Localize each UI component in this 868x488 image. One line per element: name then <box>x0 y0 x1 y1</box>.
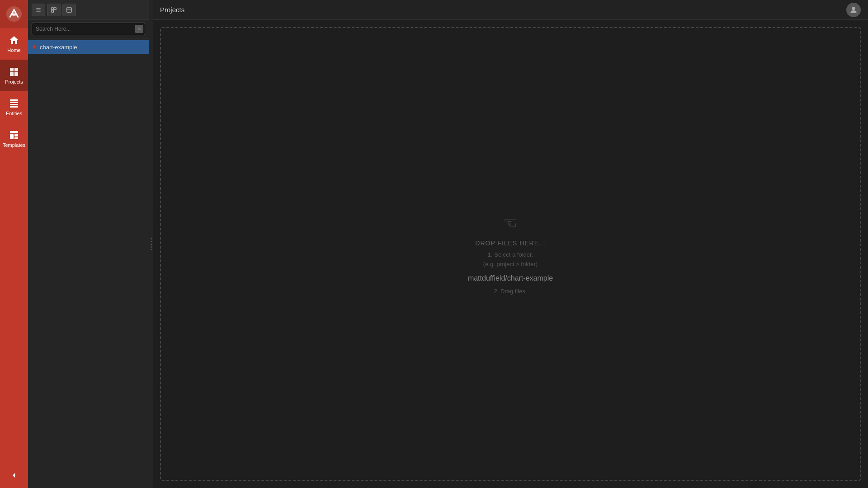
toolbar-button-1[interactable] <box>32 4 45 16</box>
svg-rect-7 <box>10 134 14 139</box>
search-container: ✕ <box>28 20 149 38</box>
sidebar-item-templates[interactable]: Templates <box>0 123 28 155</box>
main-header: Projects <box>153 0 868 20</box>
svg-point-14 <box>852 7 855 10</box>
sidebar-item-home[interactable]: Home <box>0 28 28 60</box>
resize-dot <box>151 241 152 242</box>
main-content: Projects ☜ DROP FILES HERE... 1. Select … <box>153 0 868 488</box>
svg-rect-10 <box>52 7 54 9</box>
project-item-label: chart-example <box>40 44 77 51</box>
svg-rect-13 <box>67 7 72 12</box>
resize-dot <box>151 238 152 239</box>
resize-handle[interactable] <box>149 0 153 488</box>
drop-project-name: mattduffield/chart-example <box>468 274 553 282</box>
header-right <box>846 3 861 17</box>
panel-toolbar <box>28 0 149 20</box>
svg-rect-4 <box>10 104 18 105</box>
resize-dot <box>151 244 152 245</box>
svg-point-1 <box>12 12 16 16</box>
svg-rect-5 <box>10 106 18 108</box>
project-item-icon: ✦ <box>32 43 37 51</box>
sidebar-collapse-button[interactable] <box>0 467 28 483</box>
svg-rect-6 <box>10 131 18 133</box>
drop-step1: 1. Select a folder. (e.g. project > fold… <box>483 250 538 269</box>
svg-rect-9 <box>14 137 18 139</box>
svg-rect-3 <box>10 102 18 103</box>
drop-zone[interactable]: ☜ DROP FILES HERE... 1. Select a folder.… <box>160 27 861 481</box>
sidebar-bottom <box>0 467 28 483</box>
sidebar-item-projects[interactable]: Projects <box>0 60 28 91</box>
svg-rect-2 <box>10 99 18 101</box>
svg-rect-11 <box>54 7 57 9</box>
resize-dot <box>151 246 152 248</box>
search-clear-button[interactable]: ✕ <box>135 25 143 33</box>
search-input[interactable] <box>32 23 145 35</box>
resize-dot <box>151 249 152 250</box>
sidebar-item-entities[interactable]: Entities <box>0 91 28 123</box>
toolbar-button-2[interactable] <box>47 4 61 16</box>
panel: ✕ ✦ chart-example <box>28 0 149 488</box>
svg-rect-8 <box>14 134 18 136</box>
project-list: ✦ chart-example <box>28 38 149 488</box>
sidebar: Home Projects Entities Templates <box>0 0 28 488</box>
svg-rect-12 <box>52 10 54 12</box>
toolbar-button-3[interactable] <box>62 4 76 16</box>
app-logo[interactable] <box>0 0 28 28</box>
drop-step2: 2. Drag files. <box>494 288 527 295</box>
drop-text-main: DROP FILES HERE... <box>475 239 545 247</box>
user-avatar[interactable] <box>846 3 861 17</box>
page-title: Projects <box>160 6 184 14</box>
project-item-chart-example[interactable]: ✦ chart-example <box>28 40 149 54</box>
drop-hand-icon: ☜ <box>503 213 518 232</box>
